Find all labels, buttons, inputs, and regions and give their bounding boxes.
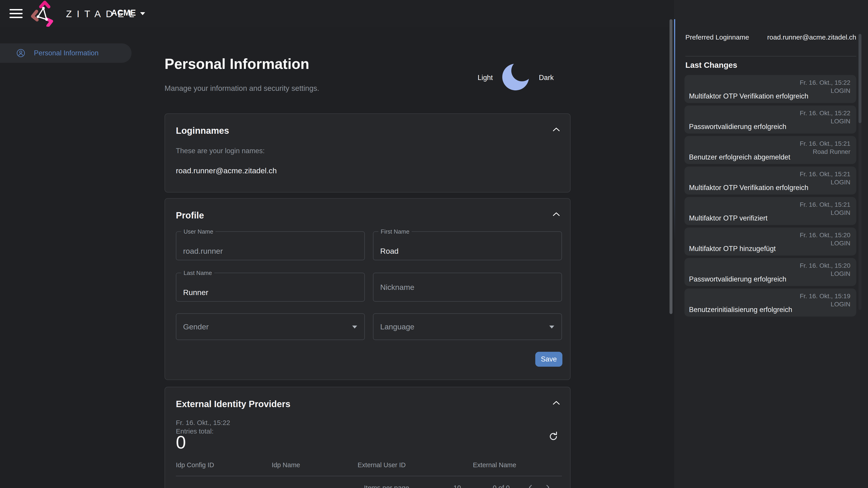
loginnames-description: These are your login names: xyxy=(176,147,265,155)
idp-column-header: Idp Config ID xyxy=(176,461,214,469)
external-idps-card: External Identity Providers Fr. 16. Okt.… xyxy=(164,387,570,488)
change-item: Fr. 16. Okt., 15:22 LOGIN Passwortvalidi… xyxy=(684,105,856,133)
change-text: Multifaktor OTP hinzugefügt xyxy=(689,245,776,253)
zitadel-console: ZITADEL ACME RR Personal Information Per… xyxy=(0,0,868,488)
preferred-loginname-label: Preferred Loginname xyxy=(685,33,749,41)
change-item: Fr. 16. Okt., 15:21 LOGIN Multifaktor OT… xyxy=(684,197,856,225)
sidebar-item-label: Personal Information xyxy=(34,49,98,57)
last-changes-title: Last Changes xyxy=(685,61,737,70)
nickname-placeholder: Nickname xyxy=(380,283,414,292)
select-caret-icon xyxy=(352,326,357,328)
org-name: ACME xyxy=(111,8,136,18)
username-field[interactable]: User Name road.runner xyxy=(176,231,365,260)
loginnames-card: Loginnames These are your login names: r… xyxy=(164,113,570,193)
username-field-label: User Name xyxy=(181,228,215,235)
gender-select[interactable]: Gender xyxy=(176,313,365,340)
idps-timestamp: Fr. 16. Okt., 15:22 xyxy=(176,419,230,427)
change-text: Benutzer erfolgreich abgemeldet xyxy=(689,153,790,161)
firstname-field-value: Road xyxy=(380,247,399,256)
change-actor: Road Runner xyxy=(813,148,850,156)
aside-scrollbar-thumb[interactable] xyxy=(859,34,862,123)
items-per-page-label: Items per page xyxy=(364,484,409,488)
loginnames-card-title: Loginnames xyxy=(176,126,229,136)
select-caret-icon xyxy=(549,326,554,328)
change-date: Fr. 16. Okt., 15:20 xyxy=(800,262,850,269)
change-item: Fr. 16. Okt., 15:21 LOGIN Multifaktor OT… xyxy=(684,166,856,195)
idp-column-header: Idp Name xyxy=(272,461,300,469)
caret-down-icon xyxy=(140,12,145,15)
lastname-field[interactable]: Last Name Runner xyxy=(176,273,365,302)
user-meta-panel: Preferred Loginname road.runner@acme.zit… xyxy=(674,0,868,488)
preferred-loginname-value: road.runner@acme.zitadel.ch xyxy=(767,33,856,41)
change-actor: LOGIN xyxy=(831,87,850,94)
language-placeholder: Language xyxy=(380,322,414,331)
loginname-value: road.runner@acme.zitadel.ch xyxy=(176,166,277,175)
chevron-right-icon[interactable] xyxy=(545,484,551,488)
firstname-field[interactable]: First Name Road xyxy=(373,231,562,260)
idp-column-header: External Name xyxy=(473,461,516,469)
moon-icon[interactable] xyxy=(502,64,529,90)
theme-toggle: Light Dark xyxy=(470,64,579,94)
change-text: Multifaktor OTP verifiziert xyxy=(689,214,767,222)
external-idps-card-title: External Identity Providers xyxy=(176,399,290,409)
change-date: Fr. 16. Okt., 15:22 xyxy=(800,79,850,86)
page-range-label: 0 of 0 xyxy=(493,484,510,488)
table-divider xyxy=(176,476,562,476)
change-item: Fr. 16. Okt., 15:22 LOGIN Multifaktor OT… xyxy=(684,75,856,103)
idp-column-header: External User ID xyxy=(358,461,406,469)
page-subtitle: Manage your information and security set… xyxy=(164,84,319,93)
lastname-field-label: Last Name xyxy=(181,269,214,276)
change-date: Fr. 16. Okt., 15:21 xyxy=(800,140,850,147)
change-item: Fr. 16. Okt., 15:19 LOGIN Benutzerinitia… xyxy=(684,289,856,317)
chevron-left-icon[interactable] xyxy=(528,484,533,488)
page-size-select[interactable]: 10 xyxy=(454,484,461,488)
change-text: Multifaktor OTP Verifikation erfolgreich xyxy=(689,92,808,100)
profile-card: Profile User Name road.runner First Name… xyxy=(164,198,570,380)
change-actor: LOGIN xyxy=(831,270,850,278)
person-circle-icon xyxy=(16,48,25,58)
change-actor: LOGIN xyxy=(831,301,850,308)
change-actor: LOGIN xyxy=(831,209,850,217)
change-date: Fr. 16. Okt., 15:21 xyxy=(800,170,850,178)
change-date: Fr. 16. Okt., 15:19 xyxy=(800,293,850,300)
nickname-field[interactable]: Nickname xyxy=(373,273,562,302)
paginator: Items per page 10 0 of 0 xyxy=(165,484,571,488)
change-actor: LOGIN xyxy=(831,179,850,186)
change-actor: LOGIN xyxy=(831,118,850,125)
change-date: Fr. 16. Okt., 15:21 xyxy=(800,201,850,208)
firstname-field-label: First Name xyxy=(378,228,412,235)
sidebar-item-personal-information[interactable]: Personal Information xyxy=(0,43,131,63)
menu-icon[interactable] xyxy=(9,9,23,19)
change-actor: LOGIN xyxy=(831,240,850,247)
change-text: Multifaktor OTP Verifikation erfolgreich xyxy=(689,184,808,192)
entries-total-count: 0 xyxy=(176,432,186,453)
language-select[interactable]: Language xyxy=(373,313,562,340)
lastname-field-value: Runner xyxy=(183,288,209,297)
profile-card-title: Profile xyxy=(176,210,204,221)
zitadel-logo[interactable] xyxy=(27,0,62,27)
idp-table-header-row: Idp Config ID Idp Name External User ID … xyxy=(176,461,562,470)
username-field-value: road.runner xyxy=(183,247,223,256)
theme-dark-label[interactable]: Dark xyxy=(539,74,554,82)
chevron-up-icon[interactable] xyxy=(553,212,560,217)
change-date: Fr. 16. Okt., 15:22 xyxy=(800,109,850,117)
change-text: Passwortvalidierung erfolgreich xyxy=(689,123,786,131)
change-text: Passwortvalidierung erfolgreich xyxy=(689,275,786,283)
gender-placeholder: Gender xyxy=(183,322,209,331)
chevron-up-icon[interactable] xyxy=(553,400,560,405)
change-text: Benutzerinitialisierung erfolgreich xyxy=(689,306,792,314)
change-item: Fr. 16. Okt., 15:21 Road Runner Benutzer… xyxy=(684,136,856,164)
divider xyxy=(685,56,856,57)
save-button[interactable]: Save xyxy=(535,352,562,367)
change-date: Fr. 16. Okt., 15:20 xyxy=(800,232,850,239)
panel-accent-border xyxy=(674,19,675,314)
page-title: Personal Information xyxy=(164,56,309,72)
org-switcher[interactable]: ACME xyxy=(111,8,145,18)
change-item: Fr. 16. Okt., 15:20 LOGIN Passwortvalidi… xyxy=(684,258,856,286)
chevron-up-icon[interactable] xyxy=(553,127,560,132)
main-scrollbar-thumb[interactable] xyxy=(670,19,673,314)
change-item: Fr. 16. Okt., 15:20 LOGIN Multifaktor OT… xyxy=(684,228,856,256)
theme-light-label[interactable]: Light xyxy=(477,74,493,82)
refresh-icon[interactable] xyxy=(548,431,559,442)
